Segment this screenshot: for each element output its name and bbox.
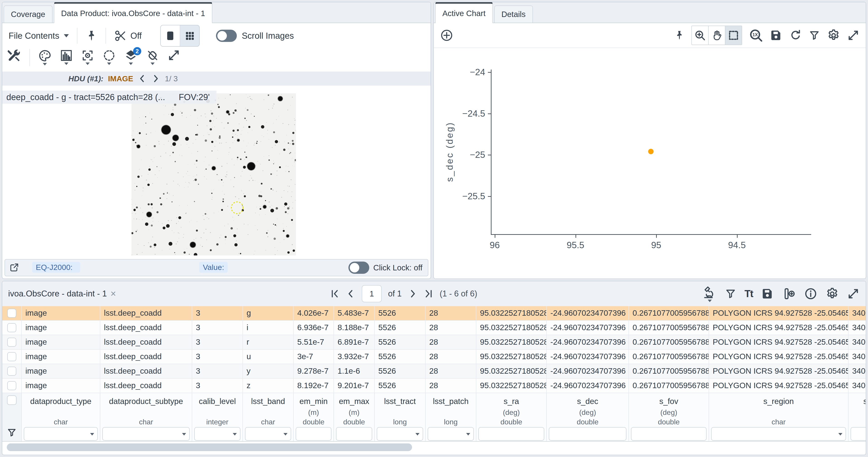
first-page-button[interactable] [330,288,340,299]
horizontal-scrollbar[interactable] [7,444,412,451]
close-table-icon[interactable]: × [111,288,116,299]
column-filter-select[interactable] [245,427,291,441]
column-filter-input[interactable] [850,427,866,441]
row-checkbox[interactable] [7,323,16,332]
hdu-prev-button[interactable] [138,73,147,84]
column-header-em_min[interactable]: em_min(m)double [293,393,334,441]
cell-lsst_patch: 28 [426,379,476,393]
table-row[interactable]: imagelsst.deep_coadd3y9.278e-71.1e-65526… [2,364,866,379]
column-header-dataproduct_type[interactable]: dataproduct_typechar [22,393,100,441]
column-type: double [303,417,324,427]
scatter-chart[interactable]: 9695.59594.5−24−24.5−25−25.5 s_ra (deg) … [434,48,866,279]
info-icon[interactable] [804,287,817,300]
plot-area[interactable]: 9695.59594.5−24−24.5−25−25.5 [491,69,811,235]
cell-dataproduct_subtype: lsst.deep_coadd [100,306,192,320]
zoom-mode-button[interactable] [692,26,708,44]
last-page-button[interactable] [424,288,433,299]
row-checkbox[interactable] [7,338,16,347]
add-column-icon[interactable] [782,287,796,300]
column-header-calib_level[interactable]: calib_levelinteger [192,393,243,441]
column-filter-input[interactable] [296,427,332,441]
chart-settings-icon[interactable] [827,29,840,42]
cell-dataproduct_type: image [22,335,100,349]
row-checkbox[interactable] [7,352,16,361]
hdu-next-button[interactable] [151,73,160,84]
page-number-input[interactable]: 1 [362,285,382,302]
table-settings-icon[interactable] [826,287,839,301]
click-lock-toggle[interactable] [348,262,369,274]
row-checkbox[interactable] [7,367,16,376]
row-checkbox[interactable] [7,309,16,318]
scatter-point[interactable] [648,149,654,154]
pin-icon[interactable] [86,29,97,42]
y-tick-mark [488,72,492,73]
refresh-chart-icon[interactable] [789,29,802,42]
file-contents-dropdown[interactable]: File Contents [9,31,69,41]
expand-chart-icon[interactable] [847,29,859,41]
column-filter-input[interactable] [631,427,707,441]
table-row[interactable]: imagelsst.deep_coadd3r5.51e-76.891e-7552… [2,335,866,349]
column-header-s_[interactable]: s_ [848,393,866,441]
cell-s_ra: 95.0322527180528 [476,321,547,335]
save-table-icon[interactable] [761,287,774,300]
add-chart-icon[interactable] [440,29,453,42]
expand-image-button[interactable] [167,49,180,62]
table-row[interactable]: imagelsst.deep_coadd3i6.936e-78.188e-755… [2,321,866,335]
column-header-s_ra[interactable]: s_ra(deg)double [476,393,547,441]
column-header-s_dec[interactable]: s_dec(deg)double [547,393,629,441]
column-header-em_max[interactable]: em_max(m)double [334,393,375,441]
layers-button[interactable]: 2 [124,49,138,65]
inspect-button[interactable] [703,285,717,302]
filter-chart-icon[interactable] [809,29,820,41]
prev-page-button[interactable] [346,288,355,299]
crop-icon[interactable] [114,29,127,42]
grid-view-button[interactable] [180,25,199,46]
select-mode-button[interactable] [725,26,742,44]
column-filter-input[interactable] [336,427,372,441]
tab-coverage[interactable]: Coverage [4,5,53,23]
pin-chart-icon[interactable] [674,29,685,42]
column-filter-input[interactable] [549,427,626,441]
tab-data-product[interactable]: Data Product: ivoa.ObsCore - data-int - … [54,2,212,23]
column-header-s_region[interactable]: s_regionchar [709,393,848,441]
stretch-button[interactable] [60,49,73,65]
column-filter-select[interactable] [377,427,423,441]
tab-details[interactable]: Details [494,5,533,23]
column-filter-select[interactable] [24,427,98,441]
column-filter-select[interactable] [428,427,474,441]
column-filter-select[interactable] [194,427,241,441]
tools-button[interactable] [7,49,21,63]
single-view-button[interactable] [161,25,180,46]
scroll-images-toggle[interactable] [216,30,237,42]
select-all-checkbox[interactable] [7,395,17,405]
column-header-s_fov[interactable]: s_fov(deg)double [629,393,709,441]
filter-row-icon[interactable] [7,427,17,438]
expand-table-icon[interactable] [847,287,859,300]
column-filter-select[interactable] [102,427,190,441]
filter-table-icon[interactable] [725,287,736,300]
column-header-lsst_band[interactable]: lsst_bandchar [243,393,293,441]
table-row[interactable]: imagelsst.deep_coadd3z8.192e-79.201e-755… [2,379,866,393]
column-filter-input[interactable] [478,427,544,441]
column-header-dataproduct_subtype[interactable]: dataproduct_subtypechar [100,393,192,441]
pan-mode-button[interactable] [709,26,725,44]
chevron-down-icon [64,34,69,37]
table-row[interactable]: imagelsst.deep_coadd3g4.026e-75.483e-755… [2,306,866,321]
column-header-lsst_patch[interactable]: lsst_patchlong [426,393,476,441]
next-page-button[interactable] [408,288,417,299]
column-filter-select[interactable] [711,427,846,441]
fits-image-viewer[interactable]: deep_coadd - g - tract=5526 patch=28 (..… [2,86,431,258]
color-table-button[interactable] [38,49,52,65]
table-row[interactable]: imagelsst.deep_coadd3u3e-73.932e-7552628… [2,349,866,364]
star-field-image[interactable] [131,93,296,255]
row-checkbox[interactable] [7,381,16,390]
text-view-icon[interactable]: Tt [744,288,753,299]
column-header-lsst_tract[interactable]: lsst_tractlong [375,393,426,441]
wcs-lock-button[interactable] [146,49,159,65]
tab-active-chart[interactable]: Active Chart [435,2,493,23]
recenter-button[interactable] [81,49,94,65]
zoom-reset-icon[interactable]: 1X [749,28,763,42]
open-external-icon[interactable] [9,262,20,273]
save-chart-icon[interactable] [770,29,782,42]
mask-button[interactable] [102,49,116,65]
